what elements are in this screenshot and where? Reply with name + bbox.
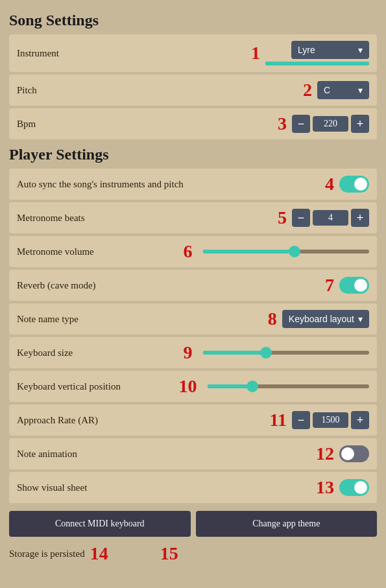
- bpm-row: Bpm 3 − 220 +: [9, 108, 377, 139]
- instrument-slider-track: [265, 62, 369, 65]
- note-animation-toggle-thumb: [341, 447, 354, 460]
- pitch-dropdown[interactable]: C ▾: [317, 81, 369, 99]
- metronome-beats-increment-button[interactable]: +: [351, 209, 369, 227]
- pitch-label: Pitch: [17, 85, 303, 96]
- num-5: 5: [278, 209, 287, 227]
- metronome-volume-row: Metronome volume 6: [9, 236, 377, 267]
- note-name-chevron-icon: ▾: [358, 314, 363, 324]
- show-visual-toggle[interactable]: [339, 479, 369, 496]
- instrument-row: Instrument 1 Lyre ▾: [9, 34, 377, 72]
- num-7: 7: [325, 276, 334, 294]
- metronome-beats-stepper: − 4 +: [292, 209, 369, 227]
- keyboard-vertical-slider[interactable]: [208, 384, 370, 388]
- keyboard-vertical-fill: [208, 384, 253, 388]
- settings-container: Song Settings Instrument 1 Lyre ▾ Pitch …: [0, 0, 386, 588]
- num-11: 11: [270, 411, 287, 429]
- auto-sync-toggle-thumb: [354, 178, 367, 191]
- bottom-buttons: Connect MIDI keyboard Change app theme: [9, 511, 377, 537]
- num-3: 3: [278, 115, 287, 133]
- metronome-beats-label: Metronome beats: [17, 213, 278, 224]
- keyboard-vertical-label: Keyboard vertical position: [17, 381, 179, 392]
- note-animation-toggle[interactable]: [339, 445, 369, 462]
- keyboard-vertical-track: [208, 384, 370, 388]
- approach-rate-increment-button[interactable]: +: [351, 411, 369, 429]
- approach-rate-row: Approach Rate (AR) 11 − 1500 +: [9, 405, 377, 436]
- approach-rate-label: Approach Rate (AR): [17, 415, 270, 426]
- connect-midi-button[interactable]: Connect MIDI keyboard: [9, 511, 191, 537]
- approach-rate-stepper: − 1500 +: [292, 411, 369, 429]
- approach-rate-decrement-button[interactable]: −: [292, 411, 310, 429]
- num-15: 15: [160, 545, 178, 563]
- instrument-dropdown-wrap: Lyre ▾: [265, 41, 369, 65]
- player-settings-title: Player Settings: [9, 146, 377, 163]
- bpm-increment-button[interactable]: +: [351, 115, 369, 133]
- metronome-volume-thumb[interactable]: [289, 246, 300, 257]
- pitch-value: C: [324, 85, 330, 95]
- auto-sync-label: Auto sync the song's instruments and pit…: [17, 179, 325, 190]
- instrument-dropdown[interactable]: Lyre ▾: [291, 41, 369, 59]
- note-name-dropdown[interactable]: Keyboard layout ▾: [282, 310, 369, 328]
- reverb-toggle-thumb: [354, 279, 367, 292]
- num-14: 14: [90, 545, 108, 563]
- instrument-label: Instrument: [17, 48, 251, 59]
- num-1: 1: [251, 44, 260, 62]
- note-animation-row: Note animation 12: [9, 438, 377, 469]
- metronome-volume-track: [203, 250, 370, 253]
- num-4: 4: [325, 175, 334, 193]
- storage-label: Storage is persisted: [9, 548, 85, 559]
- note-name-value: Keyboard layout: [289, 314, 354, 324]
- metronome-volume-slider[interactable]: [203, 250, 370, 253]
- num-2: 2: [303, 81, 312, 99]
- metronome-beats-value: 4: [313, 210, 348, 226]
- pitch-chevron-icon: ▾: [358, 85, 363, 95]
- approach-rate-value: 1500: [313, 412, 348, 428]
- keyboard-size-fill: [203, 351, 266, 355]
- keyboard-size-track: [203, 351, 370, 355]
- footer-row: Storage is persisted 14 15: [9, 542, 377, 565]
- pitch-row: Pitch 2 C ▾: [9, 75, 377, 106]
- num-12: 12: [316, 445, 334, 463]
- bpm-value: 220: [313, 116, 348, 132]
- instrument-chevron-icon: ▾: [358, 45, 363, 55]
- num-6: 6: [184, 242, 193, 261]
- instrument-value: Lyre: [298, 45, 315, 55]
- keyboard-size-row: Keyboard size 9: [9, 337, 377, 368]
- bpm-stepper: − 220 +: [292, 115, 369, 133]
- song-settings-title: Song Settings: [9, 12, 377, 29]
- reverb-row: Reverb (cave mode) 7: [9, 270, 377, 301]
- num-13: 13: [316, 478, 334, 497]
- instrument-slider-fill: [265, 62, 369, 65]
- minus-icon-3: −: [298, 414, 305, 426]
- reverb-toggle[interactable]: [339, 277, 369, 294]
- num-10: 10: [179, 377, 197, 395]
- bpm-label: Bpm: [17, 119, 278, 130]
- show-visual-row: Show visual sheet 13: [9, 472, 377, 503]
- reverb-label: Reverb (cave mode): [17, 280, 325, 291]
- auto-sync-toggle[interactable]: [339, 176, 369, 193]
- minus-icon-2: −: [298, 212, 305, 224]
- note-name-label: Note name type: [17, 314, 268, 325]
- note-name-row: Note name type 8 Keyboard layout ▾: [9, 303, 377, 335]
- num-8: 8: [268, 310, 277, 328]
- minus-icon: −: [298, 118, 305, 130]
- note-animation-label: Note animation: [17, 449, 316, 460]
- bpm-decrement-button[interactable]: −: [292, 115, 310, 133]
- keyboard-size-thumb[interactable]: [260, 347, 272, 359]
- plus-icon-2: +: [357, 212, 364, 224]
- show-visual-label: Show visual sheet: [17, 482, 316, 493]
- change-theme-button[interactable]: Change app theme: [196, 511, 378, 537]
- metronome-beats-decrement-button[interactable]: −: [292, 209, 310, 227]
- plus-icon-3: +: [357, 414, 364, 426]
- num-9: 9: [184, 344, 193, 362]
- keyboard-size-label: Keyboard size: [17, 347, 184, 359]
- keyboard-vertical-thumb[interactable]: [247, 381, 258, 392]
- metronome-volume-label: Metronome volume: [17, 246, 184, 257]
- metronome-volume-fill: [203, 250, 295, 253]
- metronome-beats-row: Metronome beats 5 − 4 +: [9, 202, 377, 233]
- keyboard-size-slider[interactable]: [203, 351, 370, 355]
- keyboard-vertical-row: Keyboard vertical position 10: [9, 371, 377, 402]
- show-visual-toggle-thumb: [354, 481, 367, 494]
- auto-sync-row: Auto sync the song's instruments and pit…: [9, 169, 377, 200]
- plus-icon: +: [357, 118, 364, 130]
